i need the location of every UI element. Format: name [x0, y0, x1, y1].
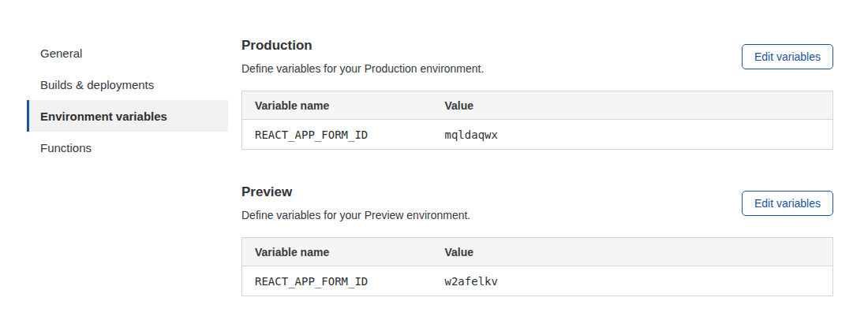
- variable-value-cell: mqldaqwx: [432, 120, 833, 150]
- preview-section-header: Preview Define variables for your Previe…: [241, 184, 833, 221]
- column-header-variable-name: Variable name: [242, 238, 432, 266]
- settings-page: General Builds & deployments Environment…: [0, 0, 868, 331]
- variable-name-cell: REACT_APP_FORM_ID: [242, 120, 432, 150]
- production-heading-block: Production Define variables for your Pro…: [241, 38, 484, 75]
- sidebar-item-general[interactable]: General: [27, 37, 228, 69]
- variable-name-cell: REACT_APP_FORM_ID: [242, 266, 432, 296]
- table-header-row: Variable name Value: [242, 91, 833, 120]
- table-header-row: Variable name Value: [242, 238, 833, 266]
- sidebar-item-environment-variables[interactable]: Environment variables: [27, 100, 228, 132]
- production-edit-variables-button[interactable]: Edit variables: [742, 44, 833, 69]
- column-header-value: Value: [432, 238, 833, 266]
- production-section: Production Define variables for your Pro…: [241, 38, 833, 150]
- variable-value-cell: w2afelkv: [432, 266, 833, 296]
- table-row: REACT_APP_FORM_ID mqldaqwx: [242, 120, 833, 150]
- preview-heading-block: Preview Define variables for your Previe…: [241, 184, 470, 221]
- sidebar-item-functions[interactable]: Functions: [27, 132, 228, 163]
- preview-description: Define variables for your Preview enviro…: [241, 209, 470, 221]
- production-variables-table: Variable name Value REACT_APP_FORM_ID mq…: [241, 91, 833, 150]
- column-header-variable-name: Variable name: [242, 91, 432, 120]
- sidebar-item-builds-deployments[interactable]: Builds & deployments: [27, 69, 228, 100]
- preview-section: Preview Define variables for your Previe…: [241, 184, 833, 296]
- settings-sidebar: General Builds & deployments Environment…: [27, 37, 228, 163]
- preview-edit-variables-button[interactable]: Edit variables: [742, 191, 833, 216]
- preview-variables-table: Variable name Value REACT_APP_FORM_ID w2…: [241, 237, 833, 296]
- production-title: Production: [241, 38, 484, 54]
- preview-title: Preview: [241, 184, 470, 200]
- column-header-value: Value: [432, 91, 833, 120]
- production-section-header: Production Define variables for your Pro…: [241, 38, 833, 75]
- table-row: REACT_APP_FORM_ID w2afelkv: [242, 266, 833, 296]
- environment-variables-panel: Production Define variables for your Pro…: [241, 38, 833, 296]
- production-description: Define variables for your Production env…: [241, 62, 484, 75]
